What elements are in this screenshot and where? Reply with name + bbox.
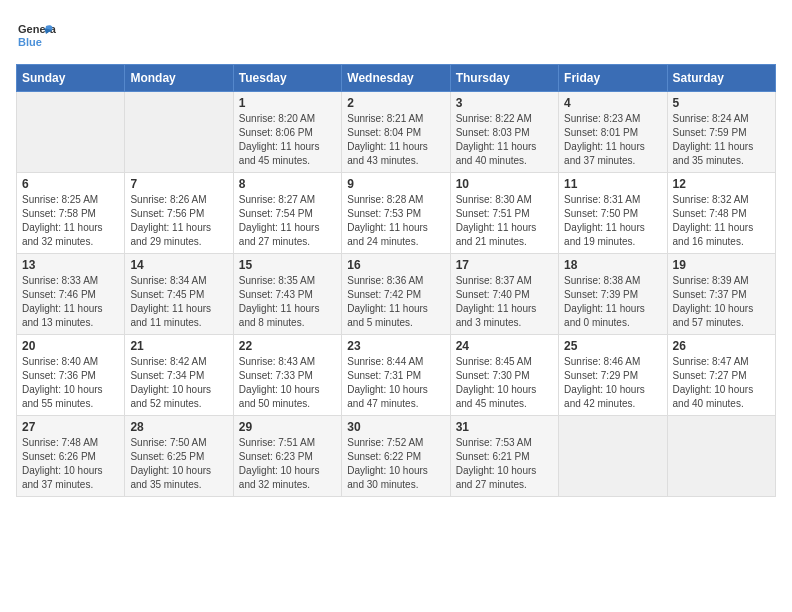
day-info: Sunrise: 8:20 AM Sunset: 8:06 PM Dayligh… xyxy=(239,112,336,168)
calendar-cell: 10Sunrise: 8:30 AM Sunset: 7:51 PM Dayli… xyxy=(450,173,558,254)
calendar-cell: 8Sunrise: 8:27 AM Sunset: 7:54 PM Daylig… xyxy=(233,173,341,254)
calendar-cell: 11Sunrise: 8:31 AM Sunset: 7:50 PM Dayli… xyxy=(559,173,667,254)
day-info: Sunrise: 8:31 AM Sunset: 7:50 PM Dayligh… xyxy=(564,193,661,249)
day-info: Sunrise: 8:46 AM Sunset: 7:29 PM Dayligh… xyxy=(564,355,661,411)
calendar-cell: 22Sunrise: 8:43 AM Sunset: 7:33 PM Dayli… xyxy=(233,335,341,416)
day-info: Sunrise: 8:32 AM Sunset: 7:48 PM Dayligh… xyxy=(673,193,770,249)
day-info: Sunrise: 8:37 AM Sunset: 7:40 PM Dayligh… xyxy=(456,274,553,330)
calendar-cell: 18Sunrise: 8:38 AM Sunset: 7:39 PM Dayli… xyxy=(559,254,667,335)
calendar-cell: 3Sunrise: 8:22 AM Sunset: 8:03 PM Daylig… xyxy=(450,92,558,173)
day-info: Sunrise: 8:47 AM Sunset: 7:27 PM Dayligh… xyxy=(673,355,770,411)
day-number: 26 xyxy=(673,339,770,353)
day-info: Sunrise: 8:25 AM Sunset: 7:58 PM Dayligh… xyxy=(22,193,119,249)
day-info: Sunrise: 8:28 AM Sunset: 7:53 PM Dayligh… xyxy=(347,193,444,249)
svg-text:Blue: Blue xyxy=(18,36,42,48)
day-number: 19 xyxy=(673,258,770,272)
calendar-cell: 29Sunrise: 7:51 AM Sunset: 6:23 PM Dayli… xyxy=(233,416,341,497)
calendar-table: SundayMondayTuesdayWednesdayThursdayFrid… xyxy=(16,64,776,497)
day-info: Sunrise: 7:52 AM Sunset: 6:22 PM Dayligh… xyxy=(347,436,444,492)
day-header-wednesday: Wednesday xyxy=(342,65,450,92)
logo-bird-icon: General Blue xyxy=(16,16,56,56)
day-info: Sunrise: 8:39 AM Sunset: 7:37 PM Dayligh… xyxy=(673,274,770,330)
calendar-cell: 25Sunrise: 8:46 AM Sunset: 7:29 PM Dayli… xyxy=(559,335,667,416)
day-header-saturday: Saturday xyxy=(667,65,775,92)
day-number: 14 xyxy=(130,258,227,272)
calendar-cell: 17Sunrise: 8:37 AM Sunset: 7:40 PM Dayli… xyxy=(450,254,558,335)
week-row-4: 20Sunrise: 8:40 AM Sunset: 7:36 PM Dayli… xyxy=(17,335,776,416)
day-number: 30 xyxy=(347,420,444,434)
calendar-cell: 2Sunrise: 8:21 AM Sunset: 8:04 PM Daylig… xyxy=(342,92,450,173)
calendar-cell: 6Sunrise: 8:25 AM Sunset: 7:58 PM Daylig… xyxy=(17,173,125,254)
day-info: Sunrise: 8:36 AM Sunset: 7:42 PM Dayligh… xyxy=(347,274,444,330)
calendar-cell: 23Sunrise: 8:44 AM Sunset: 7:31 PM Dayli… xyxy=(342,335,450,416)
day-number: 16 xyxy=(347,258,444,272)
calendar-cell: 5Sunrise: 8:24 AM Sunset: 7:59 PM Daylig… xyxy=(667,92,775,173)
calendar-cell xyxy=(667,416,775,497)
day-number: 1 xyxy=(239,96,336,110)
week-row-2: 6Sunrise: 8:25 AM Sunset: 7:58 PM Daylig… xyxy=(17,173,776,254)
calendar-cell xyxy=(125,92,233,173)
day-number: 8 xyxy=(239,177,336,191)
calendar-cell: 24Sunrise: 8:45 AM Sunset: 7:30 PM Dayli… xyxy=(450,335,558,416)
day-number: 7 xyxy=(130,177,227,191)
day-number: 2 xyxy=(347,96,444,110)
page-header: General Blue xyxy=(16,16,776,56)
calendar-cell: 16Sunrise: 8:36 AM Sunset: 7:42 PM Dayli… xyxy=(342,254,450,335)
day-number: 10 xyxy=(456,177,553,191)
calendar-cell: 7Sunrise: 8:26 AM Sunset: 7:56 PM Daylig… xyxy=(125,173,233,254)
day-header-monday: Monday xyxy=(125,65,233,92)
day-info: Sunrise: 8:44 AM Sunset: 7:31 PM Dayligh… xyxy=(347,355,444,411)
calendar-cell: 15Sunrise: 8:35 AM Sunset: 7:43 PM Dayli… xyxy=(233,254,341,335)
day-info: Sunrise: 8:34 AM Sunset: 7:45 PM Dayligh… xyxy=(130,274,227,330)
day-info: Sunrise: 7:53 AM Sunset: 6:21 PM Dayligh… xyxy=(456,436,553,492)
day-info: Sunrise: 7:51 AM Sunset: 6:23 PM Dayligh… xyxy=(239,436,336,492)
day-number: 27 xyxy=(22,420,119,434)
day-header-thursday: Thursday xyxy=(450,65,558,92)
day-number: 28 xyxy=(130,420,227,434)
day-info: Sunrise: 8:26 AM Sunset: 7:56 PM Dayligh… xyxy=(130,193,227,249)
day-number: 21 xyxy=(130,339,227,353)
day-number: 6 xyxy=(22,177,119,191)
day-number: 5 xyxy=(673,96,770,110)
day-info: Sunrise: 8:33 AM Sunset: 7:46 PM Dayligh… xyxy=(22,274,119,330)
day-number: 12 xyxy=(673,177,770,191)
day-info: Sunrise: 7:48 AM Sunset: 6:26 PM Dayligh… xyxy=(22,436,119,492)
days-header-row: SundayMondayTuesdayWednesdayThursdayFrid… xyxy=(17,65,776,92)
day-info: Sunrise: 8:42 AM Sunset: 7:34 PM Dayligh… xyxy=(130,355,227,411)
calendar-cell: 4Sunrise: 8:23 AM Sunset: 8:01 PM Daylig… xyxy=(559,92,667,173)
calendar-cell: 9Sunrise: 8:28 AM Sunset: 7:53 PM Daylig… xyxy=(342,173,450,254)
calendar-cell: 28Sunrise: 7:50 AM Sunset: 6:25 PM Dayli… xyxy=(125,416,233,497)
day-number: 22 xyxy=(239,339,336,353)
day-info: Sunrise: 8:30 AM Sunset: 7:51 PM Dayligh… xyxy=(456,193,553,249)
week-row-3: 13Sunrise: 8:33 AM Sunset: 7:46 PM Dayli… xyxy=(17,254,776,335)
day-info: Sunrise: 8:40 AM Sunset: 7:36 PM Dayligh… xyxy=(22,355,119,411)
calendar-cell: 19Sunrise: 8:39 AM Sunset: 7:37 PM Dayli… xyxy=(667,254,775,335)
day-number: 23 xyxy=(347,339,444,353)
calendar-cell: 14Sunrise: 8:34 AM Sunset: 7:45 PM Dayli… xyxy=(125,254,233,335)
calendar-cell: 30Sunrise: 7:52 AM Sunset: 6:22 PM Dayli… xyxy=(342,416,450,497)
day-number: 4 xyxy=(564,96,661,110)
day-number: 9 xyxy=(347,177,444,191)
day-number: 13 xyxy=(22,258,119,272)
day-number: 20 xyxy=(22,339,119,353)
calendar-cell: 26Sunrise: 8:47 AM Sunset: 7:27 PM Dayli… xyxy=(667,335,775,416)
day-info: Sunrise: 8:21 AM Sunset: 8:04 PM Dayligh… xyxy=(347,112,444,168)
day-info: Sunrise: 8:45 AM Sunset: 7:30 PM Dayligh… xyxy=(456,355,553,411)
day-info: Sunrise: 8:43 AM Sunset: 7:33 PM Dayligh… xyxy=(239,355,336,411)
day-info: Sunrise: 8:38 AM Sunset: 7:39 PM Dayligh… xyxy=(564,274,661,330)
day-number: 24 xyxy=(456,339,553,353)
calendar-cell: 13Sunrise: 8:33 AM Sunset: 7:46 PM Dayli… xyxy=(17,254,125,335)
day-number: 25 xyxy=(564,339,661,353)
day-header-friday: Friday xyxy=(559,65,667,92)
calendar-cell: 21Sunrise: 8:42 AM Sunset: 7:34 PM Dayli… xyxy=(125,335,233,416)
day-number: 3 xyxy=(456,96,553,110)
logo: General Blue xyxy=(16,16,56,56)
week-row-5: 27Sunrise: 7:48 AM Sunset: 6:26 PM Dayli… xyxy=(17,416,776,497)
day-number: 29 xyxy=(239,420,336,434)
calendar-cell: 1Sunrise: 8:20 AM Sunset: 8:06 PM Daylig… xyxy=(233,92,341,173)
day-info: Sunrise: 8:27 AM Sunset: 7:54 PM Dayligh… xyxy=(239,193,336,249)
day-info: Sunrise: 8:24 AM Sunset: 7:59 PM Dayligh… xyxy=(673,112,770,168)
calendar-cell: 12Sunrise: 8:32 AM Sunset: 7:48 PM Dayli… xyxy=(667,173,775,254)
day-number: 15 xyxy=(239,258,336,272)
day-number: 31 xyxy=(456,420,553,434)
